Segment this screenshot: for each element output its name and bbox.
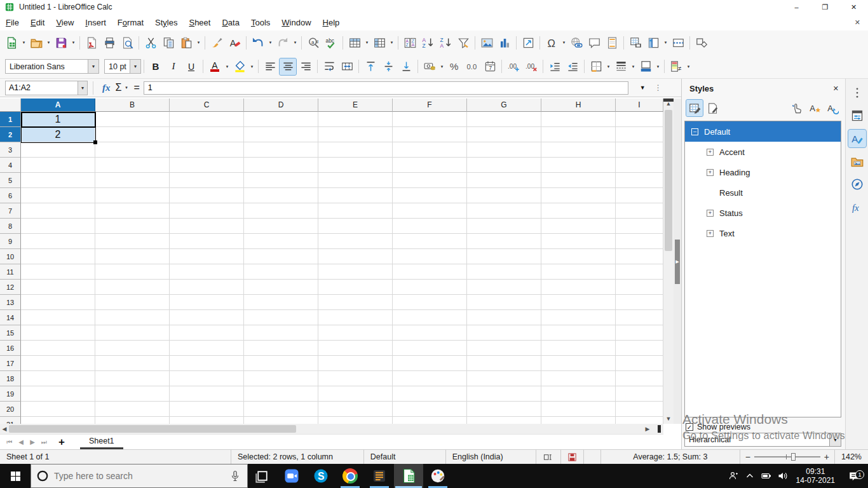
cell-B4[interactable] (95, 158, 170, 173)
select-function-dropdown[interactable]: ▾ (123, 79, 130, 96)
borders-button[interactable] (588, 58, 604, 75)
style-entry-status[interactable]: +Status (685, 203, 841, 223)
cell-C16[interactable] (170, 341, 244, 356)
column-header-D[interactable]: D (244, 98, 318, 112)
fill-format-mode-button[interactable] (789, 100, 805, 116)
cell-H11[interactable] (541, 264, 616, 280)
scroll-left-arrow[interactable]: ◀ (0, 424, 9, 434)
cell-E21[interactable] (318, 417, 393, 424)
microphone-icon[interactable] (229, 470, 241, 482)
row-header-16[interactable]: 16 (0, 341, 21, 356)
cell-A13[interactable] (21, 295, 95, 310)
cut-button[interactable] (142, 34, 159, 51)
increase-indent-button[interactable] (546, 58, 563, 75)
cell-A15[interactable] (21, 325, 95, 341)
font-color-dropdown[interactable]: ▾ (224, 58, 231, 75)
cell-C20[interactable] (170, 402, 244, 417)
cell-D10[interactable] (244, 249, 318, 264)
cell-E17[interactable] (318, 356, 393, 371)
menu-data[interactable]: Data (216, 15, 245, 30)
cell-D8[interactable] (244, 219, 318, 234)
cell-I17[interactable] (616, 356, 663, 371)
sidebar-tab-gallery[interactable] (848, 152, 866, 170)
task-view-taskbar-icon[interactable] (248, 464, 277, 488)
cell-D15[interactable] (244, 325, 318, 341)
cell-B6[interactable] (95, 188, 170, 203)
expand-formula-bar-button[interactable]: ▼ (640, 85, 646, 91)
cell-F14[interactable] (393, 310, 467, 325)
cell-C4[interactable] (170, 158, 244, 173)
row-header-2[interactable]: 2 (0, 127, 21, 142)
formula-button[interactable]: = (133, 82, 139, 93)
cell-A4[interactable] (21, 158, 95, 173)
cell-B11[interactable] (95, 264, 170, 280)
restore-button[interactable]: ❐ (811, 0, 839, 14)
cell-G19[interactable] (467, 386, 541, 402)
cell-H21[interactable] (541, 417, 616, 424)
merge-cells-button[interactable] (339, 58, 355, 75)
insert-comment-button[interactable] (586, 34, 602, 51)
format-currency-dropdown[interactable]: ▾ (438, 58, 445, 75)
cell-I13[interactable] (616, 295, 663, 310)
cell-E5[interactable] (318, 173, 393, 188)
cell-A20[interactable] (21, 402, 95, 417)
font-name-combo[interactable]: Liberation Sans ▾ (5, 59, 99, 74)
border-style-button[interactable] (613, 58, 629, 75)
cell-D7[interactable] (244, 203, 318, 219)
cell-G13[interactable] (467, 295, 541, 310)
cell-E4[interactable] (318, 158, 393, 173)
cell-F16[interactable] (393, 341, 467, 356)
row-header-8[interactable]: 8 (0, 219, 21, 234)
row-header-20[interactable]: 20 (0, 402, 21, 417)
italic-button[interactable]: I (165, 58, 182, 75)
movies-tv-taskbar-icon[interactable] (365, 464, 394, 488)
cell-H16[interactable] (541, 341, 616, 356)
cell-A18[interactable] (21, 371, 95, 386)
row-header-19[interactable]: 19 (0, 386, 21, 402)
cell-G6[interactable] (467, 188, 541, 203)
cell-C18[interactable] (170, 371, 244, 386)
cell-C9[interactable] (170, 234, 244, 249)
cell-D1[interactable] (244, 112, 318, 127)
paste-dropdown[interactable]: ▾ (195, 34, 202, 51)
sort-button[interactable]: AZZA (402, 34, 418, 51)
cell-C7[interactable] (170, 203, 244, 219)
cell-C13[interactable] (170, 295, 244, 310)
undo-dropdown[interactable]: ▾ (267, 34, 274, 51)
decrease-indent-button[interactable] (564, 58, 581, 75)
cell-D4[interactable] (244, 158, 318, 173)
minimize-button[interactable]: – (782, 0, 811, 14)
cell-H8[interactable] (541, 219, 616, 234)
cell-H14[interactable] (541, 310, 616, 325)
menu-insert[interactable]: Insert (79, 15, 112, 30)
row-header-10[interactable]: 10 (0, 249, 21, 264)
first-sheet-button[interactable]: ⏮ (4, 438, 15, 446)
cell-I15[interactable] (616, 325, 663, 341)
cell-I18[interactable] (616, 371, 663, 386)
clear-formatting-button[interactable]: A (226, 34, 243, 51)
cell-I14[interactable] (616, 310, 663, 325)
new-document-button[interactable] (3, 34, 20, 51)
clone-formatting-button[interactable] (208, 34, 225, 51)
cell-H20[interactable] (541, 402, 616, 417)
cell-H2[interactable] (541, 127, 616, 142)
cell-G9[interactable] (467, 234, 541, 249)
cell-D5[interactable] (244, 173, 318, 188)
row-header-21[interactable]: 21 (0, 417, 21, 424)
autofilter-button[interactable] (455, 34, 471, 51)
cell-B20[interactable] (95, 402, 170, 417)
taskbar-search-box[interactable] (31, 464, 248, 488)
conditional-formatting-button[interactable]: ≠ (668, 58, 684, 75)
menu-file[interactable]: File (0, 15, 25, 30)
cell-A3[interactable] (21, 142, 95, 158)
close-button[interactable]: ✕ (839, 0, 868, 14)
cell-G14[interactable] (467, 310, 541, 325)
select-all-corner[interactable] (0, 98, 21, 112)
sidebar-tab-sidebar-menu[interactable] (848, 84, 866, 102)
cell-G7[interactable] (467, 203, 541, 219)
cell-H6[interactable] (541, 188, 616, 203)
new-style-from-selection-button[interactable]: A (806, 100, 823, 116)
collapse-icon[interactable]: – (691, 128, 698, 135)
sheet-count-status[interactable]: Sheet 1 of 1 (0, 450, 231, 464)
last-sheet-button[interactable]: ⏭ (38, 438, 50, 446)
